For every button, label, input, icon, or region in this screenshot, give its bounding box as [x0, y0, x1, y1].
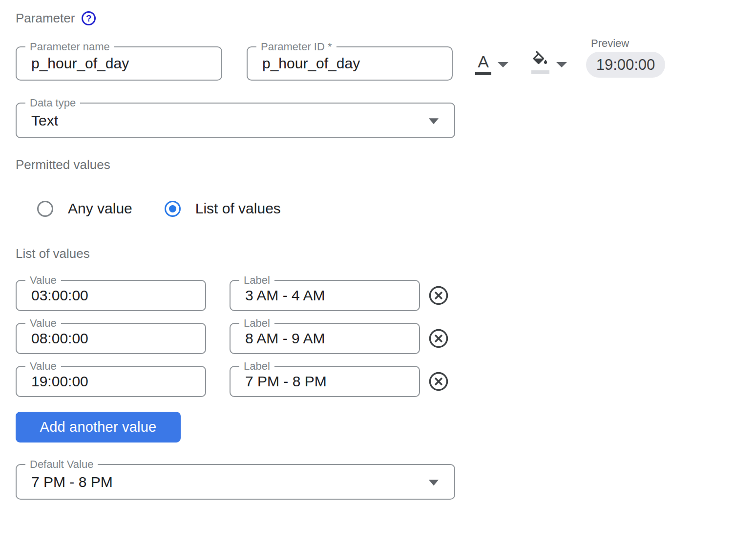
- list-of-values-heading: List of values: [16, 246, 90, 261]
- page-title: Parameter: [16, 11, 75, 26]
- value-row: Value 03:00:00 Label 3 AM - 4 AM: [16, 280, 449, 311]
- parameter-name-value: p_hour_of_day: [17, 55, 129, 72]
- parameter-name-label: Parameter name: [25, 41, 114, 53]
- parameter-id-field[interactable]: Parameter ID * p_hour_of_day: [247, 46, 453, 81]
- text-color-button[interactable]: A: [475, 53, 491, 75]
- default-value-label: Default Value: [25, 458, 98, 471]
- dropdown-caret-icon: [429, 118, 439, 124]
- preview-value: 19:00:00: [586, 52, 665, 78]
- remove-value-button[interactable]: [428, 371, 449, 392]
- default-value-select[interactable]: Default Value 7 PM - 8 PM: [16, 464, 455, 500]
- radio-any-value-label: Any value: [68, 200, 132, 217]
- dropdown-caret-icon: [429, 480, 439, 485]
- radio-selected-icon: [165, 201, 181, 217]
- value-field-1[interactable]: Value 03:00:00: [16, 280, 206, 311]
- parameter-id-label: Parameter ID *: [256, 41, 336, 53]
- preview-block: Preview 19:00:00: [586, 37, 665, 78]
- radio-list-of-values[interactable]: List of values: [165, 200, 281, 217]
- value-field-value: 03:00:00: [17, 287, 88, 304]
- label-field-label: Label: [239, 274, 274, 287]
- label-field-value: 8 AM - 9 AM: [231, 330, 325, 347]
- value-field-label: Value: [25, 274, 61, 287]
- label-field-2[interactable]: Label 8 AM - 9 AM: [230, 323, 420, 354]
- preview-label: Preview: [586, 37, 665, 50]
- panel-header: Parameter ?: [16, 11, 96, 26]
- add-another-value-button[interactable]: Add another value: [16, 412, 181, 443]
- list-of-values-rows: Value 03:00:00 Label 3 AM - 4 AM Value 0…: [16, 280, 449, 397]
- value-row: Value 19:00:00 Label 7 PM - 8 PM: [16, 366, 449, 397]
- radio-any-value[interactable]: Any value: [37, 200, 132, 217]
- parameter-config-panel: Parameter ? Parameter name p_hour_of_day…: [0, 0, 756, 548]
- data-type-value: Text: [17, 112, 58, 129]
- value-row: Value 08:00:00 Label 8 AM - 9 AM: [16, 323, 449, 354]
- text-color-dropdown-caret-icon[interactable]: [498, 62, 508, 67]
- label-field-1[interactable]: Label 3 AM - 4 AM: [230, 280, 420, 311]
- permitted-values-radio-group: Any value List of values: [37, 200, 281, 217]
- label-field-value: 7 PM - 8 PM: [231, 373, 327, 390]
- radio-unselected-icon: [37, 201, 53, 217]
- text-color-icon: A: [478, 53, 489, 71]
- label-field-label: Label: [239, 317, 274, 330]
- parameter-name-field[interactable]: Parameter name p_hour_of_day: [16, 46, 222, 81]
- remove-value-button[interactable]: [428, 328, 449, 349]
- value-field-3[interactable]: Value 19:00:00: [16, 366, 206, 397]
- data-type-label: Data type: [25, 97, 80, 109]
- text-color-swatch: [475, 72, 491, 75]
- label-field-label: Label: [239, 360, 274, 373]
- help-circle-icon[interactable]: ?: [82, 11, 96, 25]
- label-field-3[interactable]: Label 7 PM - 8 PM: [230, 366, 420, 397]
- value-field-value: 08:00:00: [17, 330, 88, 347]
- fill-color-dropdown-caret-icon[interactable]: [556, 62, 567, 67]
- value-field-label: Value: [25, 360, 61, 373]
- value-field-2[interactable]: Value 08:00:00: [16, 323, 206, 354]
- radio-list-of-values-label: List of values: [195, 200, 281, 217]
- fill-color-button[interactable]: [531, 51, 549, 74]
- name-id-row: Parameter name p_hour_of_day Parameter I…: [16, 46, 453, 81]
- value-field-value: 19:00:00: [17, 373, 88, 390]
- default-value-value: 7 PM - 8 PM: [17, 474, 113, 490]
- label-field-value: 3 AM - 4 AM: [231, 287, 325, 304]
- paint-bucket-icon: [531, 51, 549, 69]
- parameter-id-value: p_hour_of_day: [248, 55, 360, 72]
- permitted-values-heading: Permitted values: [16, 157, 110, 172]
- remove-value-button[interactable]: [428, 285, 449, 306]
- value-field-label: Value: [25, 317, 61, 330]
- fill-color-swatch: [531, 70, 549, 74]
- data-type-select[interactable]: Data type Text: [16, 103, 455, 138]
